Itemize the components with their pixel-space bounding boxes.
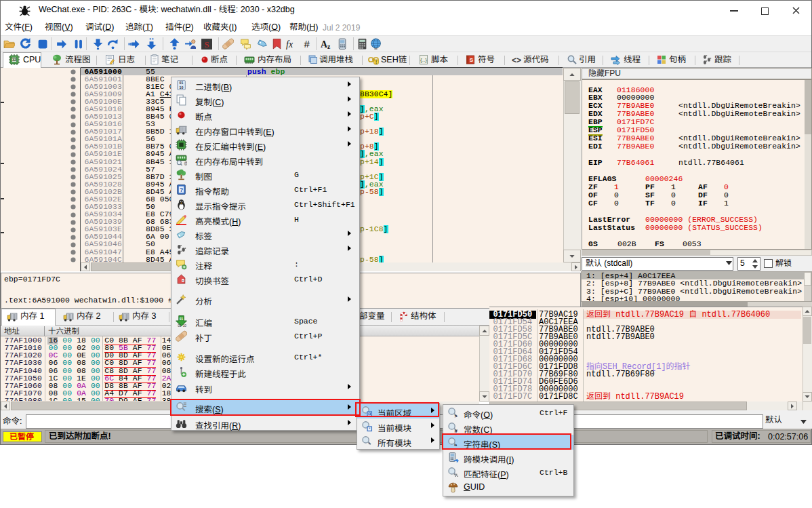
svg-text:<>: <>: [512, 56, 521, 65]
svg-text:01: 01: [180, 81, 184, 85]
svg-text:A: A: [321, 39, 327, 50]
svg-text:#: #: [455, 428, 458, 433]
svg-text:S: S: [204, 40, 209, 50]
svg-text:S: S: [470, 57, 474, 63]
svg-text:32: 32: [12, 58, 16, 62]
svg-text:!: !: [375, 60, 377, 64]
svg-text:>: >: [455, 412, 458, 418]
svg-text:?: ?: [180, 186, 183, 193]
svg-text:10: 10: [180, 85, 184, 89]
svg-text:#: #: [304, 39, 310, 50]
svg-text:10: 10: [183, 324, 187, 327]
svg-text:01: 01: [178, 324, 182, 327]
svg-text:z: z: [327, 43, 331, 50]
svg-text:{..}: {..}: [420, 57, 427, 63]
svg-text:@: @: [184, 160, 187, 165]
svg-text:01: 01: [180, 317, 184, 321]
svg-text:fx: fx: [286, 39, 293, 50]
